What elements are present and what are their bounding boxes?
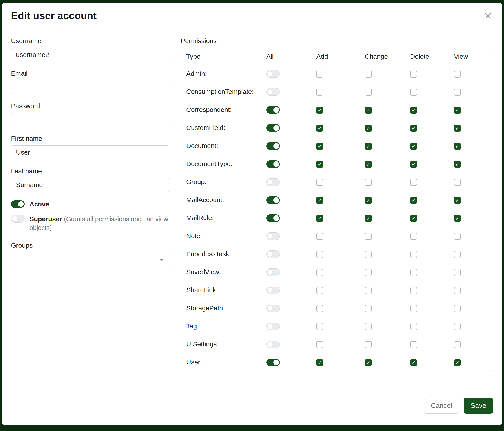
perm-change-checkbox[interactable]: ✓ bbox=[365, 359, 372, 366]
perm-all-toggle[interactable] bbox=[266, 305, 280, 312]
perm-view-checkbox[interactable] bbox=[454, 179, 461, 186]
perm-change-checkbox[interactable] bbox=[365, 71, 372, 78]
perm-delete-checkbox[interactable] bbox=[410, 341, 417, 348]
perm-add-checkbox[interactable] bbox=[316, 71, 323, 78]
perm-change-checkbox[interactable] bbox=[365, 233, 372, 240]
perm-view-checkbox[interactable]: ✓ bbox=[454, 125, 461, 132]
perm-all-toggle[interactable] bbox=[266, 359, 280, 366]
perm-view-checkbox[interactable] bbox=[454, 269, 461, 276]
perm-add-checkbox[interactable]: ✓ bbox=[316, 215, 323, 222]
perm-change-checkbox[interactable]: ✓ bbox=[365, 143, 372, 150]
perm-delete-checkbox[interactable]: ✓ bbox=[410, 359, 417, 366]
perm-add-checkbox[interactable] bbox=[316, 89, 323, 96]
perm-delete-checkbox[interactable] bbox=[410, 233, 417, 240]
perm-view-checkbox[interactable] bbox=[454, 323, 461, 330]
perm-delete-checkbox[interactable]: ✓ bbox=[410, 161, 417, 168]
perm-delete-checkbox[interactable] bbox=[410, 251, 417, 258]
perm-change-checkbox[interactable] bbox=[365, 323, 372, 330]
perm-change-checkbox[interactable]: ✓ bbox=[365, 107, 372, 114]
save-button[interactable]: Save bbox=[464, 398, 493, 414]
perm-add-checkbox[interactable] bbox=[316, 323, 323, 330]
perm-view-checkbox[interactable]: ✓ bbox=[454, 359, 461, 366]
perm-delete-checkbox[interactable] bbox=[410, 89, 417, 96]
perm-delete-checkbox[interactable] bbox=[410, 269, 417, 276]
perm-delete-checkbox[interactable]: ✓ bbox=[410, 125, 417, 132]
perm-all-toggle[interactable] bbox=[266, 88, 280, 96]
perm-add-checkbox[interactable] bbox=[316, 305, 323, 312]
perm-change-checkbox[interactable] bbox=[365, 251, 372, 258]
perm-add-checkbox[interactable]: ✓ bbox=[316, 359, 323, 366]
perm-all-toggle[interactable] bbox=[266, 70, 280, 78]
perm-change-checkbox[interactable] bbox=[365, 179, 372, 186]
perm-view-checkbox[interactable]: ✓ bbox=[454, 107, 461, 114]
perm-all-toggle[interactable] bbox=[266, 269, 280, 276]
perm-view-checkbox[interactable] bbox=[454, 341, 461, 348]
perm-all-toggle[interactable] bbox=[266, 106, 280, 114]
perm-change-checkbox[interactable]: ✓ bbox=[365, 215, 372, 222]
perm-all-toggle[interactable] bbox=[266, 178, 280, 186]
password-input[interactable] bbox=[11, 113, 169, 127]
password-label: Password bbox=[11, 102, 169, 110]
perm-add-checkbox[interactable]: ✓ bbox=[316, 161, 323, 168]
perm-all-toggle[interactable] bbox=[266, 287, 280, 294]
perm-add-checkbox[interactable] bbox=[316, 287, 323, 294]
perm-delete-checkbox[interactable] bbox=[410, 179, 417, 186]
perm-view-checkbox[interactable] bbox=[454, 305, 461, 312]
superuser-toggle[interactable] bbox=[11, 215, 25, 223]
perm-add-checkbox[interactable] bbox=[316, 269, 323, 276]
perm-add-checkbox[interactable]: ✓ bbox=[316, 197, 323, 204]
first-name-input[interactable] bbox=[11, 145, 169, 159]
perm-delete-checkbox[interactable] bbox=[410, 305, 417, 312]
close-icon[interactable]: × bbox=[483, 9, 493, 22]
permission-row: MailRule:✓✓✓✓ bbox=[181, 209, 494, 227]
perm-all-toggle[interactable] bbox=[266, 160, 280, 168]
perm-change-checkbox[interactable] bbox=[365, 89, 372, 96]
perm-view-checkbox[interactable] bbox=[454, 89, 461, 96]
username-input[interactable] bbox=[11, 48, 169, 62]
perm-change-checkbox[interactable]: ✓ bbox=[365, 125, 372, 132]
email-input[interactable] bbox=[11, 80, 169, 94]
perm-delete-checkbox[interactable] bbox=[410, 71, 417, 78]
toggle-knob bbox=[267, 269, 273, 275]
perm-add-checkbox[interactable]: ✓ bbox=[316, 125, 323, 132]
groups-select[interactable] bbox=[11, 252, 169, 267]
perm-all-toggle[interactable] bbox=[266, 341, 280, 348]
perm-change-checkbox[interactable] bbox=[365, 341, 372, 348]
perm-add-checkbox[interactable] bbox=[316, 179, 323, 186]
perm-delete-checkbox[interactable]: ✓ bbox=[410, 197, 417, 204]
perm-add-checkbox[interactable]: ✓ bbox=[316, 143, 323, 150]
permissions-table: TypeAllAddChangeDeleteView Admin:Consump… bbox=[181, 48, 494, 371]
perm-all-toggle[interactable] bbox=[266, 323, 280, 330]
perm-view-checkbox[interactable]: ✓ bbox=[454, 143, 461, 150]
perm-view-checkbox[interactable] bbox=[454, 251, 461, 258]
perm-all-toggle[interactable] bbox=[266, 214, 280, 222]
perm-delete-checkbox[interactable]: ✓ bbox=[410, 143, 417, 150]
perm-delete-checkbox[interactable] bbox=[410, 287, 417, 294]
last-name-input[interactable] bbox=[11, 178, 169, 192]
perm-view-checkbox[interactable]: ✓ bbox=[454, 197, 461, 204]
perm-all-toggle[interactable] bbox=[266, 196, 280, 204]
perm-add-checkbox[interactable] bbox=[316, 233, 323, 240]
perm-change-checkbox[interactable]: ✓ bbox=[365, 197, 372, 204]
perm-all-toggle[interactable] bbox=[266, 124, 280, 132]
cancel-button[interactable]: Cancel bbox=[424, 398, 459, 414]
perm-view-checkbox[interactable] bbox=[454, 71, 461, 78]
perm-delete-checkbox[interactable] bbox=[410, 323, 417, 330]
perm-add-checkbox[interactable] bbox=[316, 341, 323, 348]
perm-change-checkbox[interactable] bbox=[365, 269, 372, 276]
active-toggle[interactable] bbox=[11, 200, 25, 208]
perm-change-checkbox[interactable] bbox=[365, 287, 372, 294]
perm-add-checkbox[interactable]: ✓ bbox=[316, 107, 323, 114]
perm-change-checkbox[interactable] bbox=[365, 305, 372, 312]
perm-all-toggle[interactable] bbox=[266, 251, 280, 258]
perm-view-checkbox[interactable]: ✓ bbox=[454, 215, 461, 222]
perm-add-checkbox[interactable] bbox=[316, 251, 323, 258]
perm-delete-checkbox[interactable]: ✓ bbox=[410, 107, 417, 114]
perm-all-toggle[interactable] bbox=[266, 142, 280, 150]
perm-view-checkbox[interactable]: ✓ bbox=[454, 161, 461, 168]
perm-view-checkbox[interactable] bbox=[454, 287, 461, 294]
perm-view-checkbox[interactable] bbox=[454, 233, 461, 240]
perm-change-checkbox[interactable]: ✓ bbox=[365, 161, 372, 168]
perm-all-toggle[interactable] bbox=[266, 233, 280, 240]
perm-delete-checkbox[interactable]: ✓ bbox=[410, 215, 417, 222]
